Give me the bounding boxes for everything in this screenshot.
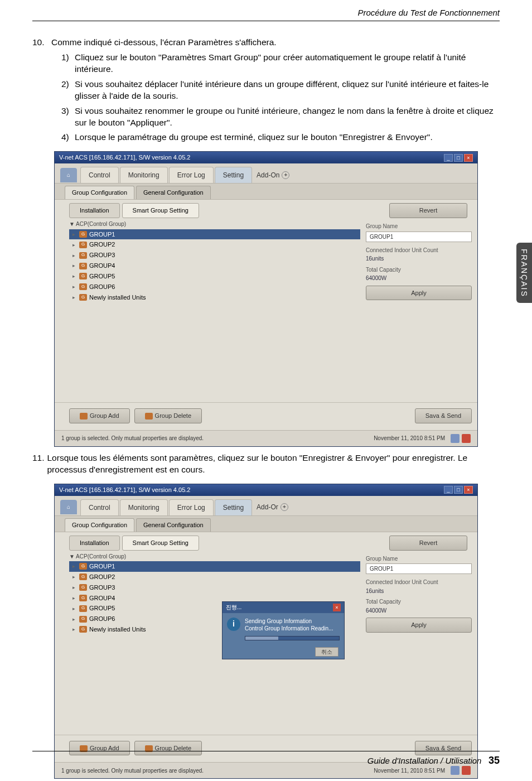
tab-monitoring[interactable]: Monitoring [120,167,168,183]
addon-label: Add-On [257,171,279,180]
group-icon: G [79,616,87,623]
tree-label: GROUP5 [89,272,115,281]
groupname-input[interactable] [366,232,472,242]
revert-button[interactable]: Revert [389,536,467,551]
step-10-number: 10. [32,37,51,49]
groupname-label: Group Name [366,223,472,230]
tree-item-newly-installed[interactable]: ▸GNewly installed Units [69,292,360,303]
subtab-group-config[interactable]: Group Configuration [65,186,134,199]
capacity-value: 64000W [366,274,472,282]
addon-label: Add-Or [257,503,278,512]
save-send-button[interactable]: Sava & Send [415,408,472,423]
tree-label: GROUP6 [89,615,115,623]
group-icon: G [79,573,87,580]
dialog-close-icon[interactable]: × [333,604,341,611]
dialog-line2: Control Group Information Readin... [245,625,340,633]
plus-icon: + [282,171,289,179]
status-text: 1 group is selected. Only mutual propert… [61,767,204,775]
group-icon: G [79,294,87,301]
minimize-icon[interactable]: _ [444,154,453,162]
window-title: V-net ACS [165.186.42.171], S/W version … [59,153,190,162]
tree-header[interactable]: ▼ ACP(Control Group) [69,553,360,561]
subtab-general-config[interactable]: General Configuration [136,518,211,532]
button-label: Group Add [90,745,119,751]
dialog-title: 진행... [226,604,241,611]
sub-text: Lorsque le paramétrage du groupe est ter… [75,132,500,143]
tree-label: GROUP3 [89,584,115,592]
tab-setting[interactable]: Setting [215,499,252,515]
step-11-text: Lorsque tous les éléments sont paramètre… [47,452,500,476]
capacity-value: 64000W [366,607,472,615]
tree-item-group2[interactable]: ▸GGROUP2 [69,239,360,250]
addon-button[interactable]: Add-Or + [257,503,288,512]
step-10-sub-1: 1) Cliquez sur le bouton "Paramètres Sma… [61,52,500,75]
subtab-smart-group[interactable]: Smart Group Setting [122,203,199,218]
sub-number: 4) [61,132,75,143]
tree-label: GROUP1 [89,230,115,239]
step-11-number: 11. [32,452,47,476]
groupname-input[interactable] [366,563,472,574]
sub-text: Cliquez sur le bouton "Paramètres Smart … [75,52,500,75]
group-icon [80,413,88,420]
apply-button[interactable]: Apply [366,618,472,633]
tree-label: Newly installed Units [89,293,146,302]
tab-errorlog[interactable]: Error Log [169,499,214,515]
tree-item-group5[interactable]: ▸GGROUP5 [69,271,360,282]
step-10: 10. Comme indiqué ci-dessous, l'écran Pa… [32,37,500,49]
apply-button[interactable]: Apply [366,286,472,301]
subtab-group-config[interactable]: Group Configuration [65,518,134,532]
group-icon: G [79,252,87,259]
screenshot-2: V-net ACS [165.186.42.171], S/W version … [54,484,478,779]
tree-item-group1[interactable]: ▸GGROUP1 [69,229,360,240]
subtab-general-config[interactable]: General Configuration [136,186,211,199]
group-icon: G [79,563,87,570]
dialog-cancel-button[interactable]: 취소 [315,647,338,657]
sub-text: Si vous souhaitez renommer le groupe ou … [75,105,500,129]
maximize-icon[interactable]: □ [454,486,463,494]
tab-monitoring[interactable]: Monitoring [120,499,168,515]
tree-item-group2[interactable]: ▸GGROUP2 [69,572,360,582]
screenshot-1: V-net ACS [165.186.42.171], S/W version … [54,151,478,447]
subtab-installation[interactable]: Installation [69,536,120,551]
group-icon: G [79,595,87,601]
group-add-button[interactable]: Group Add [69,408,130,423]
tree-item-group6[interactable]: ▸GGROUP6 [69,282,360,292]
addon-button[interactable]: Add-On + [257,171,289,180]
language-tab: FRANÇAIS [516,243,532,303]
status-time: November 11, 2010 8:51 PM [374,435,445,442]
tree-item-group4[interactable]: ▸GGROUP4 [69,261,360,271]
window-titlebar: V-net ACS [165.186.42.171], S/W version … [55,484,477,496]
home-icon[interactable]: ⌂ [60,168,77,182]
connected-label: Connected Indoor Unit Count [366,247,472,254]
page-footer: Guide d'Installation / Utilisation 35 [32,751,500,766]
status-icon [451,434,460,443]
tab-control[interactable]: Control [80,167,119,183]
subtab-installation[interactable]: Installation [69,203,120,218]
minimize-icon[interactable]: _ [444,486,453,494]
connected-label: Connected Indoor Unit Count [366,578,472,586]
maximize-icon[interactable]: □ [454,154,463,162]
close-icon[interactable]: × [464,154,473,162]
page-number: 35 [489,755,500,766]
window-titlebar: V-net ACS [165.186.42.171], S/W version … [55,152,477,163]
close-icon[interactable]: × [464,486,473,494]
group-delete-button[interactable]: Group Delete [134,408,202,423]
tree-item-group3[interactable]: ▸GGROUP3 [69,582,360,593]
home-icon[interactable]: ⌂ [60,500,77,514]
tree-item-group1[interactable]: ▸GGROUP1 [69,561,360,572]
tab-errorlog[interactable]: Error Log [169,167,214,183]
status-text: 1 group is selected. Only mutual propert… [61,435,204,442]
connected-value: 16units [366,255,472,263]
tree-label: GROUP6 [89,283,115,291]
button-label: Group Delete [155,745,191,751]
capacity-label: Total Capacity [366,266,472,274]
tree-label: GROUP2 [89,240,115,249]
connected-value: 16units [366,587,472,595]
revert-button[interactable]: Revert [389,203,467,218]
tab-setting[interactable]: Setting [215,167,252,183]
tab-control[interactable]: Control [80,499,119,515]
page-header: Procédure du Test de Fonctionnement [32,8,500,21]
tree-header[interactable]: ▼ ACP(Control Group) [69,220,360,228]
tree-item-group3[interactable]: ▸GGROUP3 [69,250,360,261]
subtab-smart-group[interactable]: Smart Group Setting [122,536,199,551]
